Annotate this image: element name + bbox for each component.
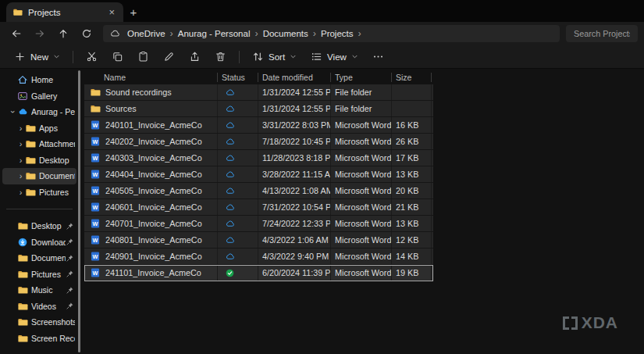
breadcrumb-item-anurag-personal[interactable]: Anurag - Personal xyxy=(175,28,254,39)
view-button[interactable]: View xyxy=(304,48,365,66)
cut-button[interactable] xyxy=(80,48,104,66)
main-area: HomeGallery›Anurag - Person›Apps›Attachm… xyxy=(0,69,644,354)
file-type-cell: Microsoft Word D... xyxy=(331,166,392,182)
breadcrumb-item-documents[interactable]: Documents xyxy=(260,28,311,39)
column-header-name[interactable]: Name xyxy=(84,70,218,84)
file-type-cell: Microsoft Word D... xyxy=(331,134,392,149)
file-row-sound-recordings[interactable]: Sound recordings1/31/2024 12:55 PMFile f… xyxy=(84,84,433,101)
column-header-size[interactable]: Size xyxy=(392,70,432,84)
file-size-cell: 14 KB xyxy=(392,249,432,264)
chevron-right-icon[interactable]: › xyxy=(16,171,25,181)
file-row-240202-invoice-acmeco[interactable]: 240202_Invoice_AcmeCo7/18/2022 10:45 PMM… xyxy=(84,134,433,150)
sidebar-item-apps[interactable]: ›Apps xyxy=(2,120,76,137)
file-status-cell xyxy=(218,117,258,133)
sidebar-item-pictures[interactable]: ›Pictures xyxy=(2,184,76,201)
command-bar: New Sort View xyxy=(0,45,644,69)
sidebar-item-label: Anurag - Person xyxy=(31,107,75,116)
sidebar-item-label: Screenshots xyxy=(31,317,75,327)
chevron-right-icon[interactable]: › xyxy=(16,123,25,133)
sidebar-item-label: Music xyxy=(31,285,66,295)
paste-button[interactable] xyxy=(131,48,155,66)
refresh-icon xyxy=(81,28,92,39)
sidebar-item-screenshots[interactable]: Screenshots xyxy=(2,314,76,331)
delete-button[interactable] xyxy=(208,48,233,66)
address-bar[interactable]: OneDrive › Anurag - Personal › Documents… xyxy=(103,25,560,42)
file-name: 240801_Invoice_AcmeCo xyxy=(105,235,202,245)
word-doc-icon xyxy=(90,152,101,163)
sidebar-item-attachments[interactable]: ›Attachments xyxy=(2,136,76,152)
word-doc-icon xyxy=(90,136,101,147)
file-row-240901-invoice-acmeco[interactable]: 240901_Invoice_AcmeCo4/3/2022 9:40 PMMic… xyxy=(84,249,433,265)
more-options-button[interactable] xyxy=(366,48,390,66)
content-area: Name Status Date modified Type Size Soun… xyxy=(84,69,433,354)
file-row-240303-invoice-acmeco[interactable]: 240303_Invoice_AcmeCo11/28/2023 8:18 PMM… xyxy=(84,150,433,166)
file-row-sources[interactable]: Sources1/31/2024 12:55 PMFile folder xyxy=(84,101,433,117)
column-header-status[interactable]: Status xyxy=(218,70,258,84)
sidebar-item-music[interactable]: Music xyxy=(2,282,76,299)
share-button[interactable] xyxy=(183,48,207,66)
word-doc-icon xyxy=(90,218,101,229)
view-icon xyxy=(311,51,322,63)
new-button[interactable]: New xyxy=(8,48,66,66)
file-row-240701-invoice-acmeco[interactable]: 240701_Invoice_AcmeCo7/24/2022 12:33 PMM… xyxy=(84,216,433,232)
up-button[interactable] xyxy=(53,24,73,43)
file-name-cell: 240701_Invoice_AcmeCo xyxy=(84,216,218,231)
file-name-cell: 240901_Invoice_AcmeCo xyxy=(84,249,218,264)
refresh-button[interactable] xyxy=(76,24,97,43)
back-button[interactable] xyxy=(6,24,27,43)
chevron-right-icon[interactable]: › xyxy=(253,28,259,39)
new-tab-button[interactable]: + xyxy=(123,2,144,22)
tab-projects[interactable]: Projects × xyxy=(6,2,123,22)
chevron-right-icon[interactable]: › xyxy=(16,188,25,197)
file-row-240601-invoice-acmeco[interactable]: 240601_Invoice_AcmeCo7/31/2022 10:54 PMM… xyxy=(84,199,433,216)
xda-logo-text: XDA xyxy=(582,313,618,332)
sidebar-item-downloads[interactable]: Downloads xyxy=(2,234,76,251)
column-header-type[interactable]: Type xyxy=(331,70,392,84)
chevron-right-icon[interactable]: › xyxy=(169,28,175,39)
chevron-right-icon[interactable]: › xyxy=(16,139,25,148)
sidebar-item-label: Screen Recordin xyxy=(31,334,75,343)
file-row-240404-invoice-acmeco[interactable]: 240404_Invoice_AcmeCo3/28/2022 11:15 AMM… xyxy=(84,166,433,183)
sidebar-item-gallery[interactable]: Gallery xyxy=(2,88,76,105)
search-input[interactable] xyxy=(572,28,632,39)
cloud-status-icon xyxy=(225,219,235,229)
sort-button[interactable]: Sort xyxy=(246,48,303,66)
file-status-cell xyxy=(218,249,258,264)
search-box[interactable] xyxy=(566,25,638,42)
file-name-cell: Sources xyxy=(84,101,218,116)
file-name: 240303_Invoice_AcmeCo xyxy=(105,153,202,163)
sidebar-scrollbar[interactable] xyxy=(78,70,80,352)
rename-button[interactable] xyxy=(157,48,181,66)
file-row-240101-invoice-acmeco[interactable]: 240101_Invoice_AcmeCo3/31/2022 8:03 PMMi… xyxy=(84,117,433,134)
breadcrumb-item-onedrive[interactable]: OneDrive xyxy=(124,28,169,39)
chevron-right-icon[interactable]: › xyxy=(357,28,363,39)
sidebar-item-anurag-person[interactable]: ›Anurag - Person xyxy=(2,104,76,120)
file-size-cell: 21 KB xyxy=(392,199,432,215)
tab-close-icon[interactable]: × xyxy=(106,7,117,17)
sidebar-item-pictures[interactable]: Pictures xyxy=(2,266,76,283)
column-header-date-modified[interactable]: Date modified xyxy=(258,70,331,84)
sidebar-item-screen-recordin[interactable]: Screen Recordin xyxy=(2,331,76,347)
file-date-cell: 1/31/2024 12:55 PM xyxy=(258,101,331,116)
sidebar-item-home[interactable]: Home xyxy=(2,72,76,88)
copy-button[interactable] xyxy=(105,48,130,66)
sidebar-item-documents[interactable]: ›Documents xyxy=(2,168,76,184)
forward-button[interactable] xyxy=(30,24,50,43)
word-doc-icon xyxy=(90,251,101,262)
chevron-right-icon[interactable]: › xyxy=(311,28,318,39)
sidebar-item-desktop[interactable]: ›Desktop xyxy=(2,152,76,169)
cloud-status-icon xyxy=(225,104,235,114)
file-row-240505-invoice-acmeco[interactable]: 240505_Invoice_AcmeCo4/13/2022 1:08 AMMi… xyxy=(84,183,433,199)
file-row-240801-invoice-acmeco[interactable]: 240801_Invoice_AcmeCo4/3/2022 1:06 AMMic… xyxy=(84,232,433,249)
folder-icon xyxy=(25,155,36,166)
chevron-right-icon[interactable]: › xyxy=(16,156,25,165)
file-name: 240505_Invoice_AcmeCo xyxy=(105,186,202,195)
file-row-241101-invoice-acmeco[interactable]: 241101_Invoice_AcmeCo6/20/2024 11:39 PMM… xyxy=(84,265,433,281)
onedrive-location-icon xyxy=(109,28,120,39)
sidebar-item-desktop[interactable]: Desktop xyxy=(2,218,76,234)
chevron-down-icon[interactable]: › xyxy=(9,108,18,116)
sidebar-item-videos[interactable]: Videos xyxy=(2,299,76,315)
sidebar-item-documents[interactable]: Documents xyxy=(2,250,76,266)
breadcrumb-item-projects[interactable]: Projects xyxy=(318,28,357,39)
back-icon xyxy=(11,28,22,39)
